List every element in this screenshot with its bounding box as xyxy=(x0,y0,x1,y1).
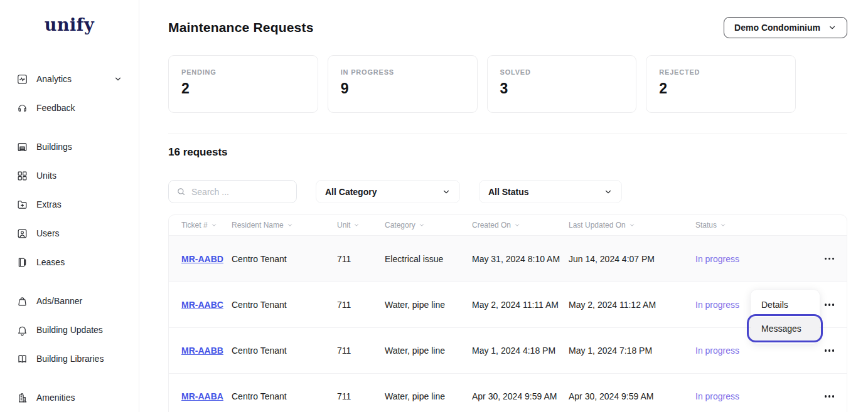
status-badge: In progress xyxy=(695,391,771,401)
search-input[interactable] xyxy=(191,187,279,197)
chevron-down-icon xyxy=(629,222,635,228)
chevron-down-icon xyxy=(211,222,217,228)
resident-name-cell: Centro Tenant xyxy=(232,391,337,401)
search-icon xyxy=(176,187,186,196)
category-filter-label: All Category xyxy=(325,187,377,197)
sidebar-item-leases[interactable]: Leases xyxy=(0,248,139,277)
chevron-down-icon[interactable] xyxy=(114,75,122,83)
column-header-resident[interactable]: Resident Name xyxy=(232,221,337,230)
table-header-row: Ticket # Resident Name Unit Category Cre… xyxy=(169,215,847,236)
unit-cell: 711 xyxy=(337,346,385,356)
users-icon xyxy=(16,227,28,240)
unify-logo[interactable]: unify xyxy=(0,15,139,34)
topbar: Maintenance Requests Demo Condominium xyxy=(168,17,847,38)
table-row: MR-AABB Centro Tenant 711 Water, pipe li… xyxy=(169,327,847,373)
search-box xyxy=(168,180,297,203)
ticket-link[interactable]: MR-AABB xyxy=(181,346,223,356)
more-options-icon[interactable] xyxy=(825,347,835,354)
buildings-icon xyxy=(16,140,28,153)
column-header-status[interactable]: Status xyxy=(695,221,771,230)
column-header-unit[interactable]: Unit xyxy=(337,221,385,230)
category-cell: Water, pipe line xyxy=(385,391,472,401)
sidebar-item-label: Building Updates xyxy=(36,325,103,335)
sidebar-item-buildings[interactable]: Buildings xyxy=(0,132,139,161)
sidebar-item-label: Ads/Banner xyxy=(36,296,82,306)
sidebar-item-building-libraries[interactable]: Building Libraries xyxy=(0,344,139,373)
stat-value: 2 xyxy=(181,80,305,97)
nav-section-gap xyxy=(0,122,139,132)
chevron-down-icon xyxy=(514,222,520,228)
table-row: MR-AABC Centro Tenant 711 Water, pipe li… xyxy=(169,282,847,327)
sidebar-item-amenities[interactable]: Amenities xyxy=(0,383,139,412)
ticket-link[interactable]: MR-AABC xyxy=(181,300,223,310)
ticket-link[interactable]: MR-AABD xyxy=(181,254,223,264)
chevron-down-icon xyxy=(442,188,451,196)
created-on-cell: May 2, 2024 11:11 AM xyxy=(472,300,569,310)
sidebar-item-building-updates[interactable]: Building Updates xyxy=(0,315,139,344)
filters-row: All Category All Status xyxy=(168,180,847,203)
column-header-updated[interactable]: Last Updated On xyxy=(569,221,695,230)
amenities-icon xyxy=(16,391,28,404)
stats-cards: PENDING 2 IN PROGRESS 9 SOLVED 3 REJECTE… xyxy=(168,55,796,113)
column-header-created[interactable]: Created On xyxy=(472,221,569,230)
created-on-cell: May 1, 2024 4:18 PM xyxy=(472,346,569,356)
sidebar-item-analytics[interactable]: Analytics xyxy=(0,65,139,93)
last-updated-cell: Apr 30, 2024 9:59 AM xyxy=(569,391,695,401)
sidebar-item-users[interactable]: Users xyxy=(0,219,139,248)
sidebar-item-units[interactable]: Units xyxy=(0,161,139,190)
sidebar-item-extras[interactable]: Extras xyxy=(0,190,139,219)
status-badge: In progress xyxy=(695,346,771,356)
last-updated-cell: May 2, 2024 11:12 AM xyxy=(569,300,695,310)
unit-cell: 711 xyxy=(337,300,385,310)
category-cell: Water, pipe line xyxy=(385,300,472,310)
stat-card-rejected: REJECTED 2 xyxy=(646,55,796,113)
created-on-cell: Apr 30, 2024 9:59 AM xyxy=(472,391,569,401)
stat-card-solved: SOLVED 3 xyxy=(487,55,637,113)
main-content: Maintenance Requests Demo Condominium PE… xyxy=(140,0,868,412)
created-on-cell: May 31, 2024 8:10 AM xyxy=(472,254,569,264)
units-icon xyxy=(16,169,28,182)
table-row: MR-AABD Centro Tenant 711 Electrical iss… xyxy=(169,236,847,282)
status-badge: In progress xyxy=(695,254,771,264)
category-filter[interactable]: All Category xyxy=(316,180,460,203)
sidebar-item-label: Amenities xyxy=(36,393,75,403)
last-updated-cell: May 1, 2024 7:18 PM xyxy=(569,346,695,356)
sidebar-item-feedback[interactable]: Feedback xyxy=(0,93,139,122)
leases-icon xyxy=(16,256,28,268)
sidebar-item-label: Extras xyxy=(36,199,62,209)
building-selector-label: Demo Condominium xyxy=(734,23,820,33)
nav-section-gap xyxy=(0,373,139,383)
unit-cell: 711 xyxy=(337,391,385,401)
status-filter[interactable]: All Status xyxy=(479,180,622,203)
ticket-link[interactable]: MR-AABA xyxy=(181,391,223,401)
bell-icon xyxy=(16,324,28,336)
request-count: 16 requests xyxy=(168,146,847,159)
building-selector-button[interactable]: Demo Condominium xyxy=(724,17,847,38)
status-filter-label: All Status xyxy=(488,187,529,197)
stat-value: 3 xyxy=(500,80,624,97)
resident-name-cell: Centro Tenant xyxy=(232,254,337,264)
column-header-ticket[interactable]: Ticket # xyxy=(181,221,232,230)
resident-name-cell: Centro Tenant xyxy=(232,346,337,356)
chevron-down-icon xyxy=(828,23,837,32)
stat-label: SOLVED xyxy=(500,68,624,76)
context-menu-item-details[interactable]: Details xyxy=(751,293,820,317)
sidebar-item-label: Leases xyxy=(36,257,65,267)
stat-card-in-progress: IN PROGRESS 9 xyxy=(328,55,478,113)
sidebar: unify Analytics Feedback Buildings xyxy=(0,0,139,412)
sidebar-item-label: Analytics xyxy=(36,74,72,84)
more-options-icon[interactable] xyxy=(825,301,835,309)
sidebar-item-label: Feedback xyxy=(36,103,75,113)
column-header-category[interactable]: Category xyxy=(385,221,472,230)
stat-label: IN PROGRESS xyxy=(341,68,464,76)
sidebar-item-label: Units xyxy=(36,171,56,181)
category-cell: Water, pipe line xyxy=(385,346,472,356)
sidebar-item-ads-banner[interactable]: Ads/Banner xyxy=(0,287,139,315)
stat-value: 9 xyxy=(341,80,464,97)
more-options-icon[interactable] xyxy=(825,393,835,400)
extras-icon xyxy=(16,198,28,211)
sidebar-item-label: Buildings xyxy=(36,142,72,152)
context-menu-item-messages[interactable]: Messages xyxy=(751,317,820,341)
more-options-icon[interactable] xyxy=(825,255,835,263)
sidebar-nav: Analytics Feedback Buildings Units xyxy=(0,65,139,412)
